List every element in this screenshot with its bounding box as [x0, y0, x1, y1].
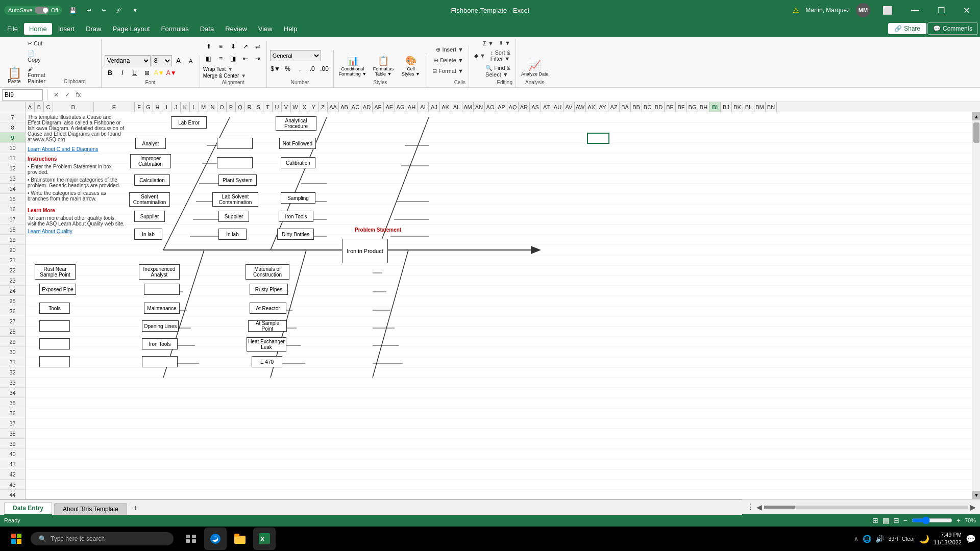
copy-button[interactable]: 📄 Copy	[26, 49, 50, 64]
box-rust-near-sample[interactable]: Rust Near Sample Point	[35, 264, 76, 280]
col-BK[interactable]: BK	[732, 102, 743, 112]
scroll-sheets-right[interactable]: ▶	[970, 503, 976, 511]
box-materials-construction[interactable]: Materials of Construction	[246, 264, 289, 280]
col-P[interactable]: P	[227, 102, 236, 112]
autosave-extra[interactable]: 🖊	[113, 6, 125, 14]
file-explorer-button[interactable]	[229, 528, 251, 550]
col-F[interactable]: F	[135, 102, 144, 112]
box-improper-cal[interactable]: Improper Calibration	[130, 154, 171, 168]
box-in-lab2[interactable]: In lab	[218, 229, 247, 240]
box-analyst[interactable]: Analyst	[135, 138, 166, 149]
decrease-font-button[interactable]: A	[185, 55, 197, 66]
ribbon-display-button[interactable]: ⬜	[876, 0, 899, 20]
row-33[interactable]: 33	[0, 378, 25, 388]
box-e470[interactable]: E 470	[252, 356, 282, 367]
sidebar-link2[interactable]: Learn About Quality	[28, 229, 72, 234]
horizontal-scroll-bar[interactable]	[764, 506, 968, 509]
row-19[interactable]: 19	[0, 235, 25, 245]
box-sampling[interactable]: Sampling	[281, 192, 315, 204]
scroll-up-button[interactable]: ▲	[972, 112, 980, 120]
col-AY[interactable]: AY	[597, 102, 608, 112]
col-BM[interactable]: BM	[754, 102, 766, 112]
box-iron-tools-upper[interactable]: Iron Tools	[279, 211, 313, 222]
underline-button[interactable]: U	[129, 67, 140, 79]
autosum-button[interactable]: Σ ▼	[481, 39, 496, 47]
menu-draw[interactable]: Draw	[81, 23, 106, 35]
col-AG[interactable]: AG	[395, 102, 406, 112]
row-8[interactable]: 8	[0, 122, 25, 133]
col-AB[interactable]: AB	[339, 102, 350, 112]
col-Q[interactable]: Q	[236, 102, 245, 112]
col-AZ[interactable]: AZ	[608, 102, 620, 112]
row-25[interactable]: 25	[0, 296, 25, 306]
col-O[interactable]: O	[217, 102, 227, 112]
cancel-formula-icon[interactable]: ✕	[52, 91, 61, 98]
menu-formulas[interactable]: Formulas	[156, 23, 194, 35]
box-empty-lm1[interactable]	[144, 284, 180, 295]
decrease-decimal-button[interactable]: .0	[307, 63, 318, 74]
box-exposed-pipe[interactable]: Exposed Pipe	[39, 284, 76, 295]
box-tools[interactable]: Tools	[39, 303, 70, 314]
insert-button[interactable]: ⊕ Insert ▼	[434, 45, 465, 54]
box-solvent-contamination[interactable]: Solvent Contamination	[129, 192, 170, 207]
box-iron-tools-lower[interactable]: Iron Tools	[142, 338, 178, 349]
box-empty-ll2[interactable]	[39, 338, 70, 349]
box-dirty-bottles[interactable]: Dirty Bottles	[277, 229, 314, 240]
col-BE[interactable]: BE	[665, 102, 676, 112]
col-I[interactable]: I	[162, 102, 172, 112]
clock[interactable]: 7:49 PM 11/13/2022	[934, 531, 962, 547]
excel-button[interactable]: X	[253, 528, 276, 550]
col-B[interactable]: B	[35, 102, 44, 112]
selected-cell-bi9[interactable]	[587, 133, 609, 144]
col-BC[interactable]: BC	[642, 102, 653, 112]
col-BI[interactable]: BI	[709, 102, 721, 112]
menu-page-layout[interactable]: Page Layout	[108, 23, 155, 35]
font-size-select[interactable]: 8	[152, 55, 172, 66]
row-34[interactable]: 34	[0, 388, 25, 398]
row-32[interactable]: 32	[0, 367, 25, 378]
row-15[interactable]: 15	[0, 194, 25, 204]
comments-button[interactable]: 💬 Comments	[927, 22, 978, 35]
confirm-formula-icon[interactable]: ✓	[63, 91, 72, 98]
scroll-down-button[interactable]: ▼	[972, 491, 980, 499]
col-M[interactable]: M	[199, 102, 208, 112]
col-H[interactable]: H	[153, 102, 162, 112]
box-not-followed[interactable]: Not Followed	[279, 138, 316, 149]
col-AS[interactable]: AS	[530, 102, 541, 112]
increase-decimal-button[interactable]: .00	[319, 63, 330, 74]
zoom-out-icon[interactable]: −	[903, 516, 908, 524]
row-7[interactable]: 7	[0, 112, 25, 122]
sheet-tab-data-entry[interactable]: Data Entry	[4, 502, 52, 515]
box-iron-in-product[interactable]: Iron in Product	[342, 239, 388, 263]
taskbar-search[interactable]: 🔍 Type here to search	[31, 532, 174, 545]
box-calculation[interactable]: Calculation	[134, 174, 170, 186]
cut-button[interactable]: ✂ Cut	[26, 39, 50, 48]
delete-button[interactable]: ⊖ Delete ▼	[432, 56, 465, 65]
col-D[interactable]: D	[53, 102, 94, 112]
number-format-select[interactable]: General	[270, 50, 321, 61]
conditional-formatting-button[interactable]: 📊 ConditionalFormatting ▼	[337, 54, 369, 78]
box-empty-ll3[interactable]	[39, 356, 70, 367]
formula-input[interactable]	[85, 89, 978, 101]
paste-button[interactable]: 📋 Paste	[5, 66, 23, 85]
row-24[interactable]: 24	[0, 286, 25, 296]
redo-button[interactable]: ↪	[99, 6, 109, 15]
col-AR[interactable]: AR	[519, 102, 530, 112]
col-N[interactable]: N	[208, 102, 217, 112]
row-11[interactable]: 11	[0, 153, 25, 163]
close-button[interactable]: ✕	[957, 0, 976, 20]
row-27[interactable]: 27	[0, 316, 25, 327]
format-button[interactable]: ⊟ Format ▼	[430, 67, 465, 76]
task-view-button[interactable]	[180, 528, 202, 550]
col-AE[interactable]: AE	[373, 102, 384, 112]
box-rusty-pipes[interactable]: Rusty Pipes	[250, 284, 288, 295]
box-at-sample-point[interactable]: At Sample Point	[248, 320, 287, 332]
horizontal-scroll-thumb[interactable]	[764, 506, 795, 509]
row-21[interactable]: 21	[0, 255, 25, 265]
row-14[interactable]: 14	[0, 184, 25, 194]
col-AK[interactable]: AK	[440, 102, 451, 112]
undo-button[interactable]: ↩	[84, 6, 94, 15]
col-AL[interactable]: AL	[451, 102, 462, 112]
menu-home[interactable]: Home	[24, 23, 52, 35]
row-38[interactable]: 38	[0, 429, 25, 439]
